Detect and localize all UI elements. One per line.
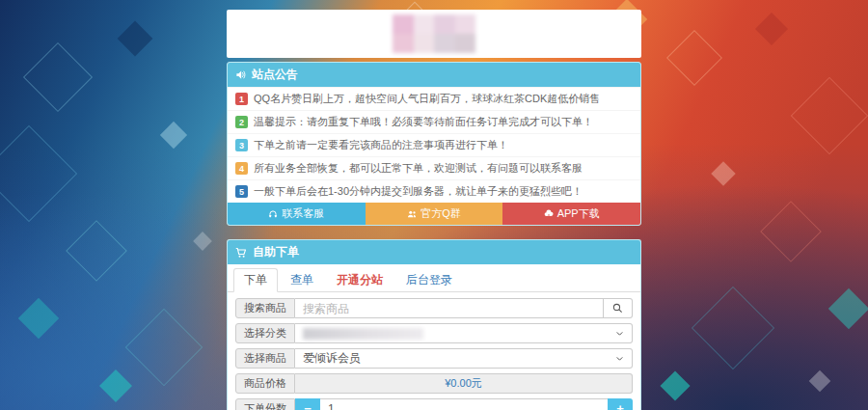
order-form: 搜索商品 选择分类 选择商品 [228,292,640,410]
category-row: 选择分类 [235,323,633,343]
order-panel-title: 自助下单 [253,244,299,260]
notice-number-badge: 1 [235,93,248,105]
quantity-decrease-button[interactable]: − [295,398,320,410]
tab-check-order[interactable]: 查单 [280,268,324,292]
notice-text: 所有业务全部恢复，都可以正常下单，欢迎测试，有问题可以联系客服 [254,161,583,176]
speaker-icon [235,69,246,80]
search-input[interactable] [295,298,604,318]
cart-icon [235,247,247,259]
announcement-panel-header: 站点公告 [228,63,640,87]
product-selected-value: 爱倾诉会员 [303,350,361,367]
category-label: 选择分类 [235,323,295,343]
users-icon [407,209,417,219]
official-qq-group-label: 官方Q群 [420,206,461,221]
notice-text: 温馨提示：请勿重复下单哦！必须要等待前面任务订单完成才可以下单！ [254,115,593,129]
quantity-label: 下单份数 [235,398,295,410]
official-qq-group-button[interactable]: 官方Q群 [366,203,503,225]
category-select[interactable] [295,323,633,343]
headset-icon [268,209,278,219]
search-product-row: 搜索商品 [235,298,633,318]
product-row: 选择商品 爱倾诉会员 [235,348,633,369]
notice-number-badge: 3 [235,139,248,151]
cloud-download-icon [544,209,554,219]
content-column: 站点公告 1 QQ名片赞日刷上万，超快空间人气日刷百万，球球冰红茶CDK超低价销… [227,0,641,410]
search-product-label: 搜索商品 [235,298,295,318]
order-tabs: 下单 查单 开通分站 后台登录 [228,264,640,292]
tab-admin-login[interactable]: 后台登录 [395,268,463,292]
contact-support-button[interactable]: 联系客服 [228,203,366,225]
list-item: 5 一般下单后会在1-30分钟内提交到服务器，就让单子来的更猛烈些吧！ [228,179,640,203]
price-row: 商品价格 ¥0.00元 [235,373,633,394]
list-item: 4 所有业务全部恢复，都可以正常下单，欢迎测试，有问题可以联系客服 [228,156,640,179]
order-panel: 自助下单 下单 查单 开通分站 后台登录 搜索商品 选择分类 [227,239,641,410]
site-header-card [227,10,641,58]
notice-text: 下单之前请一定要看完该商品的注意事项再进行下单！ [254,138,508,152]
chevron-down-icon [615,329,624,338]
contact-support-label: 联系客服 [282,206,324,221]
notice-number-badge: 4 [235,162,248,175]
list-item: 3 下单之前请一定要看完该商品的注意事项再进行下单！ [228,133,640,156]
tab-open-branch[interactable]: 开通分站 [326,268,393,292]
quantity-input[interactable] [320,398,608,410]
product-select[interactable]: 爱倾诉会员 [295,348,633,369]
contact-button-row: 联系客服 官方Q群 APP下载 [228,203,640,225]
quantity-row: 下单份数 − + [235,398,633,410]
notice-text: QQ名片赞日刷上万，超快空间人气日刷百万，球球冰红茶CDK超低价销售 [254,92,600,106]
search-button[interactable] [604,298,633,318]
notice-text: 一般下单后会在1-30分钟内提交到服务器，就让单子来的更猛烈些吧！ [254,184,583,199]
list-item: 1 QQ名片赞日刷上万，超快空间人气日刷百万，球球冰红茶CDK超低价销售 [228,87,640,110]
list-item: 2 温馨提示：请勿重复下单哦！必须要等待前面任务订单完成才可以下单！ [228,110,640,133]
tab-place-order[interactable]: 下单 [233,268,278,292]
price-label: 商品价格 [235,373,295,394]
price-value: ¥0.00元 [295,373,633,394]
product-label: 选择商品 [235,348,295,369]
app-download-button[interactable]: APP下载 [502,203,640,225]
notice-number-badge: 2 [235,116,248,128]
notice-number-badge: 5 [235,185,248,198]
order-panel-header: 自助下单 [228,240,640,264]
quantity-increase-button[interactable]: + [608,398,633,410]
announcement-panel: 站点公告 1 QQ名片赞日刷上万，超快空间人气日刷百万，球球冰红茶CDK超低价销… [227,62,641,226]
site-logo-censored [393,14,475,53]
announcement-title: 站点公告 [252,67,298,83]
category-value-censored [303,328,423,340]
search-icon [612,303,623,314]
chevron-down-icon [615,354,624,363]
app-download-label: APP下载 [557,206,600,221]
